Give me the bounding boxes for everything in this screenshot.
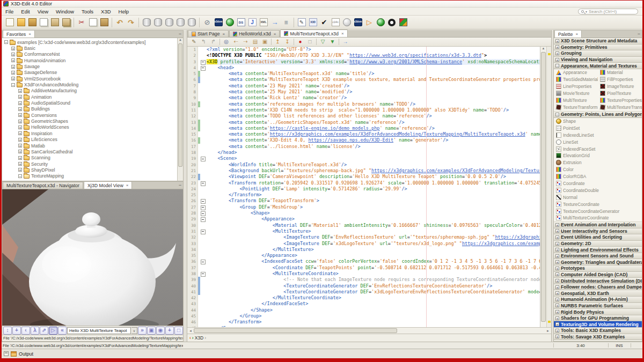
tree-item-savagedefense[interactable]: +SavageDefense [4,70,177,76]
tree-expander-icon[interactable]: + [11,71,15,75]
archive-button-3[interactable] [164,17,174,28]
palette-section-appearance-material-and-textures[interactable]: −Appearance, Material and Textures [554,63,642,69]
next-bookmark-button[interactable]: ↧ [283,38,292,46]
breadcrumb[interactable]: X3D [195,335,204,341]
section-expander-icon[interactable]: + [555,260,559,264]
tree-item-conversions[interactable]: +Conversions [4,112,177,118]
scroll-up-icon[interactable]: ▲ [542,47,545,50]
section-expander-icon[interactable]: + [555,291,559,295]
archive-button-1[interactable] [141,17,152,28]
open-project-button[interactable] [27,17,38,28]
instant-player-button[interactable] [398,17,408,28]
section-expander-icon[interactable]: + [555,254,559,258]
palette-section-texturing3d-and-volume-rendering[interactable]: +Texturing3D and Volume Rendering [554,321,642,328]
tree-expander-icon[interactable]: − [18,174,22,178]
find-selection-button[interactable]: ◎ [222,38,231,46]
fold-toggle-icon[interactable] [200,271,206,277]
palette-item-multitexturetransform[interactable]: MultiTextureTransform [598,104,642,111]
open-file-button[interactable] [16,17,26,28]
tab-navigator[interactable]: MultiTextureTeapot.x3d - Navigator [3,182,83,189]
tree-item-inspiration[interactable]: +Inspiration [4,130,177,136]
fold-toggle-icon[interactable] [200,156,206,161]
view3dscene-button[interactable]: ▷ [364,17,375,28]
x3dom-export-button[interactable]: x3dom [213,17,224,28]
previous-viewpoint-button[interactable]: « [58,327,67,335]
next-section-button[interactable]: ▼ [328,38,337,46]
tree-item-basic[interactable]: +Basic [4,45,177,51]
tab-favorites[interactable]: Favorites × [3,30,35,38]
palette-item-normal[interactable]: Normal [554,194,642,201]
tree-expander-icon[interactable]: + [11,77,15,80]
tree-expander-icon[interactable]: + [18,107,22,111]
run-macro-button[interactable]: □ [305,38,314,46]
fold-toggle-icon[interactable] [200,204,206,210]
fold-toggle-icon[interactable] [200,228,206,234]
section-expander-icon[interactable]: + [555,229,559,233]
menu-window[interactable]: Window [52,8,78,15]
section-expander-icon[interactable]: + [555,267,559,270]
code-editor[interactable]: 1<?xml version="1.0" encoding="UTF-8"?>2… [187,47,540,327]
viewpoint-select[interactable]: Hello X3D MultiTexture Teapot [67,327,131,334]
3d-viewport[interactable] [2,189,183,326]
tree-item-vrml2sourcebook[interactable]: +Vrml2Sourcebook [4,76,177,82]
save-button[interactable] [49,17,60,28]
close-icon[interactable]: × [126,183,129,188]
x3dom-view-button[interactable]: x3dom [353,17,363,28]
fold-toggle-icon[interactable] [200,59,206,65]
tree-item-lifesciences[interactable]: +LifeSciences [4,137,177,143]
section-expander-icon[interactable]: + [555,51,559,55]
palette-item-imagetexture[interactable]: ImageTexture [598,83,642,90]
globe-view-button[interactable] [375,17,386,28]
palette-item-pixeltexture[interactable]: PixelTexture [598,90,642,97]
editor-horizontal-scrollbar[interactable]: ◄ ► [187,327,551,334]
favorites-scrollbar[interactable]: ▲ [177,38,183,181]
tree-expander-icon[interactable]: + [11,65,15,69]
tree-item-buildings[interactable]: +Buildings [4,106,177,112]
palette-item-lineset[interactable]: LineSet [554,138,642,145]
palette-item-multitexturecoordinate[interactable]: MultiTextureCoordinate [554,215,642,221]
rotate-view-button[interactable]: ‹ [21,327,30,335]
close-icon[interactable]: × [223,32,225,36]
tree-item-additivemanufacturing[interactable]: +AdditiveManufacturing [4,88,177,94]
palette-section-tools-basic-x3d-examples[interactable]: +Tools: Basic X3D Examples [554,328,642,334]
scrollbar-thumb[interactable] [194,328,397,333]
palette-item-fillproperties[interactable]: FillProperties [598,76,642,83]
palette-section-geospatial-x3d-earth[interactable]: +Geospatial, X3D Earth [554,290,642,297]
copy-button[interactable] [87,17,98,28]
palette-section-nurbs-parametric-surfaces[interactable]: +NURBS Parametric Surfaces [554,303,642,309]
archive-button-5[interactable] [186,17,197,28]
tab-helloworld-x3d[interactable]: HelloWorld.x3d× [229,30,280,37]
palette-section-follower-nodes-chasers-and-dampers[interactable]: +Follower nodes: Chasers and Dampers [554,284,642,291]
tree-item-helloworldscenes[interactable]: +HelloWorldScenes [4,124,177,130]
section-expander-icon[interactable]: + [555,310,559,314]
tree-expander-icon[interactable]: + [18,120,22,123]
palette-item-shape[interactable]: Shape [554,118,642,125]
cut-button[interactable]: ✂ [76,17,87,28]
tree-item-shaydpixel[interactable]: +ShayDPixel [4,167,177,173]
archive-button-2[interactable] [152,17,163,28]
palette-section-user-interactivity-and-sensors[interactable]: +User Interactivity and Sensors [554,228,642,235]
tree-item-conformancenist[interactable]: +ConformanceNist [4,51,177,57]
palette-section-geometry-2d[interactable]: +Geometry: 2D [554,241,642,247]
tree-item-examples[interactable]: −examples [C:\x3d-code\www.web3d.org\x3d… [4,39,177,45]
next-viewpoint-button[interactable]: » [138,327,147,335]
tree-expander-icon[interactable]: + [18,113,22,117]
palette-item-texturetransform[interactable]: TextureTransform [554,104,598,111]
record-macro-button[interactable]: ● [296,38,305,46]
web-globe-button[interactable] [224,17,235,28]
ds-document-button[interactable]: DS [236,17,246,28]
palette-item-appearance[interactable]: Appearance [554,69,598,76]
section-expander-icon[interactable]: + [555,298,559,301]
tree-expander-icon[interactable]: + [18,138,22,142]
section-expander-icon[interactable]: + [555,316,559,320]
back-button[interactable]: ↰ [199,38,208,46]
fold-toggle-icon[interactable] [200,198,206,204]
tree-expander-icon[interactable]: + [11,47,15,50]
tree-expander-icon[interactable]: + [18,150,22,153]
last-edit-position-button[interactable]: ✎ [189,38,199,46]
palette-section-distributed-interactive-simulation-dis[interactable]: +Distributed Interactive Simulation (DIS… [554,278,642,284]
palette-section-environment-sensors-and-sound[interactable]: +Environment Sensors and Sound [554,253,642,260]
previous-bookmark-button[interactable]: ↥ [273,38,282,46]
scrollbar-thumb[interactable] [178,43,182,167]
forward-button[interactable]: ↱ [209,38,218,46]
